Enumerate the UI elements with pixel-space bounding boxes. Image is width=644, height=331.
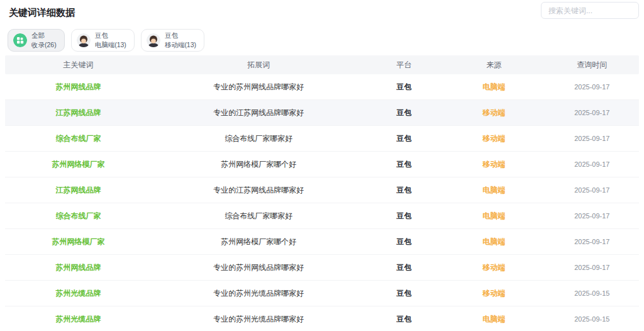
table-row[interactable]: 苏州网络模厂家 苏州网络模厂家哪个好 豆包 电脑端 2025-09-17 xyxy=(5,229,639,255)
source-cell: 电脑端 xyxy=(443,82,545,93)
filter-chip-all[interactable]: 全部 收录(26) xyxy=(8,29,65,52)
expanded-word-cell: 专业的苏州光缆品牌哪家好 xyxy=(152,314,366,325)
grid-collection-icon xyxy=(13,33,27,47)
chip-pc-line1: 豆包 xyxy=(95,31,126,40)
keyword-detail-page: 关键词详细数据 全部 收录(26) xyxy=(0,0,644,331)
expanded-word-cell: 综合布线厂家哪家好 xyxy=(152,133,366,144)
doubao-avatar-icon xyxy=(147,33,160,47)
source-cell: 移动端 xyxy=(443,262,545,273)
keyword-table: 主关键词 拓展词 平台 来源 查询时间 苏州网线品牌 专业的苏州网线品牌哪家好 … xyxy=(5,55,639,331)
source-cell: 移动端 xyxy=(443,159,545,170)
platform-cell: 豆包 xyxy=(366,185,443,196)
source-cell: 移动端 xyxy=(443,288,545,299)
chip-mobile-line2: 移动端(13) xyxy=(165,40,196,50)
date-cell: 2025-09-17 xyxy=(545,109,639,116)
search-input[interactable] xyxy=(541,2,639,19)
expanded-word-cell: 苏州网络模厂家哪个好 xyxy=(152,159,366,170)
page-title: 关键词详细数据 xyxy=(9,7,75,19)
source-cell: 电脑端 xyxy=(443,314,545,325)
platform-cell: 豆包 xyxy=(366,262,443,273)
filter-chips: 全部 收录(26) 豆包 电脑端(13) xyxy=(8,29,204,52)
source-cell: 移动端 xyxy=(443,133,545,144)
keyword-cell[interactable]: 江苏网线品牌 xyxy=(5,108,152,118)
table-row[interactable]: 综合布线厂家 综合布线厂家哪家好 豆包 移动端 2025-09-17 xyxy=(5,126,639,152)
table-row[interactable]: 苏州光缆品牌 专业的苏州光缆品牌哪家好 豆包 电脑端 2025-09-15 xyxy=(5,306,639,331)
platform-cell: 豆包 xyxy=(366,82,443,93)
date-cell: 2025-09-17 xyxy=(545,264,639,271)
platform-cell: 豆包 xyxy=(366,133,443,144)
source-cell: 电脑端 xyxy=(443,185,545,196)
keyword-cell[interactable]: 苏州光缆品牌 xyxy=(5,288,152,299)
expanded-word-cell: 苏州网络模厂家哪个好 xyxy=(152,237,366,247)
date-cell: 2025-09-15 xyxy=(545,315,639,323)
table-header-row: 主关键词 拓展词 平台 来源 查询时间 xyxy=(5,55,639,74)
column-header-platform: 平台 xyxy=(366,60,443,70)
source-cell: 移动端 xyxy=(443,108,545,118)
doubao-avatar-icon xyxy=(77,33,91,47)
keyword-cell[interactable]: 江苏网线品牌 xyxy=(5,185,152,196)
keyword-cell[interactable]: 苏州网线品牌 xyxy=(5,82,152,93)
expanded-word-cell: 专业的江苏网线品牌哪家好 xyxy=(152,108,366,118)
expanded-word-cell: 综合布线厂家哪家好 xyxy=(152,211,366,222)
date-cell: 2025-09-17 xyxy=(545,83,639,91)
expanded-word-cell: 专业的江苏网线品牌哪家好 xyxy=(152,185,366,196)
date-cell: 2025-09-17 xyxy=(545,186,639,194)
table-row[interactable]: 苏州网线品牌 专业的苏州网线品牌哪家好 豆包 电脑端 2025-09-17 xyxy=(5,74,639,100)
column-header-expanded: 拓展词 xyxy=(152,60,366,70)
filter-chip-doubao-mobile[interactable]: 豆包 移动端(13) xyxy=(141,29,204,52)
platform-cell: 豆包 xyxy=(366,237,443,247)
keyword-cell[interactable]: 综合布线厂家 xyxy=(5,133,152,144)
table-row[interactable]: 苏州网络模厂家 苏州网络模厂家哪个好 豆包 移动端 2025-09-17 xyxy=(5,152,639,177)
keyword-cell[interactable]: 苏州网络模厂家 xyxy=(5,159,152,170)
expanded-word-cell: 专业的苏州网线品牌哪家好 xyxy=(152,262,366,273)
column-header-source: 来源 xyxy=(443,60,545,70)
source-cell: 电脑端 xyxy=(443,211,545,222)
date-cell: 2025-09-17 xyxy=(545,135,639,142)
date-cell: 2025-09-15 xyxy=(545,289,639,297)
table-row[interactable]: 江苏网线品牌 专业的江苏网线品牌哪家好 豆包 移动端 2025-09-17 xyxy=(5,100,639,126)
platform-cell: 豆包 xyxy=(366,108,443,118)
platform-cell: 豆包 xyxy=(366,159,443,170)
expanded-word-cell: 专业的苏州网线品牌哪家好 xyxy=(152,82,366,93)
date-cell: 2025-09-17 xyxy=(545,238,639,245)
filter-chip-doubao-pc[interactable]: 豆包 电脑端(13) xyxy=(71,29,135,52)
table-row[interactable]: 苏州网线品牌 专业的苏州网线品牌哪家好 豆包 移动端 2025-09-17 xyxy=(5,255,639,281)
table-row[interactable]: 苏州光缆品牌 专业的苏州光缆品牌哪家好 豆包 移动端 2025-09-15 xyxy=(5,281,639,306)
column-header-keyword: 主关键词 xyxy=(5,60,152,70)
keyword-cell[interactable]: 苏州网络模厂家 xyxy=(5,237,152,247)
date-cell: 2025-09-17 xyxy=(545,212,639,220)
keyword-cell[interactable]: 苏州网线品牌 xyxy=(5,262,152,273)
chip-all-line2: 收录(26) xyxy=(31,40,57,50)
keyword-cell[interactable]: 苏州光缆品牌 xyxy=(5,314,152,325)
expanded-word-cell: 专业的苏州光缆品牌哪家好 xyxy=(152,288,366,299)
keyword-cell[interactable]: 综合布线厂家 xyxy=(5,211,152,222)
chip-mobile-line1: 豆包 xyxy=(165,31,196,40)
source-cell: 电脑端 xyxy=(443,237,545,247)
column-header-date: 查询时间 xyxy=(545,60,639,70)
platform-cell: 豆包 xyxy=(366,211,443,222)
platform-cell: 豆包 xyxy=(366,314,443,325)
table-row[interactable]: 江苏网线品牌 专业的江苏网线品牌哪家好 豆包 电脑端 2025-09-17 xyxy=(5,177,639,203)
chip-pc-line2: 电脑端(13) xyxy=(95,40,126,50)
platform-cell: 豆包 xyxy=(366,288,443,299)
chip-all-line1: 全部 xyxy=(31,31,57,40)
table-body: 苏州网线品牌 专业的苏州网线品牌哪家好 豆包 电脑端 2025-09-17 江苏… xyxy=(5,74,639,331)
date-cell: 2025-09-17 xyxy=(545,160,639,168)
table-row[interactable]: 综合布线厂家 综合布线厂家哪家好 豆包 电脑端 2025-09-17 xyxy=(5,203,639,229)
